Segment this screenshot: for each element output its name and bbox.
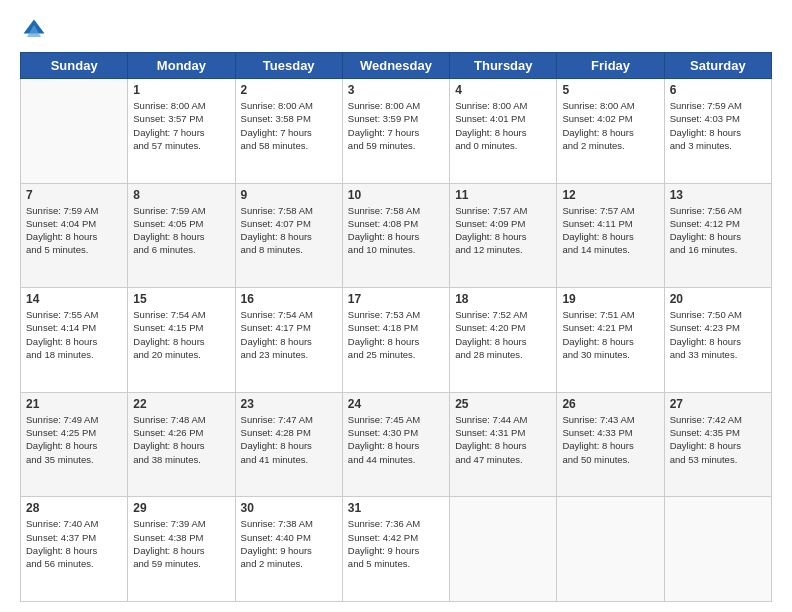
day-number: 12 [562, 188, 658, 202]
day-info: Sunrise: 7:53 AMSunset: 4:18 PMDaylight:… [348, 308, 444, 361]
calendar-day-cell: 27Sunrise: 7:42 AMSunset: 4:35 PMDayligh… [664, 392, 771, 497]
day-number: 16 [241, 292, 337, 306]
day-info: Sunrise: 8:00 AMSunset: 3:59 PMDaylight:… [348, 99, 444, 152]
day-number: 30 [241, 501, 337, 515]
day-number: 9 [241, 188, 337, 202]
calendar-day-cell: 16Sunrise: 7:54 AMSunset: 4:17 PMDayligh… [235, 288, 342, 393]
day-info: Sunrise: 7:49 AMSunset: 4:25 PMDaylight:… [26, 413, 122, 466]
day-number: 3 [348, 83, 444, 97]
calendar-day-cell: 4Sunrise: 8:00 AMSunset: 4:01 PMDaylight… [450, 79, 557, 184]
day-number: 28 [26, 501, 122, 515]
day-info: Sunrise: 7:55 AMSunset: 4:14 PMDaylight:… [26, 308, 122, 361]
page: SundayMondayTuesdayWednesdayThursdayFrid… [0, 0, 792, 612]
calendar-day-cell: 8Sunrise: 7:59 AMSunset: 4:05 PMDaylight… [128, 183, 235, 288]
weekday-header: Saturday [664, 53, 771, 79]
day-number: 17 [348, 292, 444, 306]
day-info: Sunrise: 7:44 AMSunset: 4:31 PMDaylight:… [455, 413, 551, 466]
calendar-day-cell: 11Sunrise: 7:57 AMSunset: 4:09 PMDayligh… [450, 183, 557, 288]
calendar-week-row: 28Sunrise: 7:40 AMSunset: 4:37 PMDayligh… [21, 497, 772, 602]
day-number: 19 [562, 292, 658, 306]
calendar-day-cell: 19Sunrise: 7:51 AMSunset: 4:21 PMDayligh… [557, 288, 664, 393]
logo-icon [20, 16, 48, 44]
calendar-day-cell: 6Sunrise: 7:59 AMSunset: 4:03 PMDaylight… [664, 79, 771, 184]
calendar-day-cell: 20Sunrise: 7:50 AMSunset: 4:23 PMDayligh… [664, 288, 771, 393]
calendar-day-cell: 3Sunrise: 8:00 AMSunset: 3:59 PMDaylight… [342, 79, 449, 184]
day-number: 1 [133, 83, 229, 97]
day-info: Sunrise: 7:58 AMSunset: 4:08 PMDaylight:… [348, 204, 444, 257]
day-info: Sunrise: 7:51 AMSunset: 4:21 PMDaylight:… [562, 308, 658, 361]
day-number: 25 [455, 397, 551, 411]
day-number: 21 [26, 397, 122, 411]
calendar-day-cell [664, 497, 771, 602]
day-info: Sunrise: 7:59 AMSunset: 4:05 PMDaylight:… [133, 204, 229, 257]
day-info: Sunrise: 7:38 AMSunset: 4:40 PMDaylight:… [241, 517, 337, 570]
day-info: Sunrise: 7:36 AMSunset: 4:42 PMDaylight:… [348, 517, 444, 570]
calendar-day-cell: 7Sunrise: 7:59 AMSunset: 4:04 PMDaylight… [21, 183, 128, 288]
day-info: Sunrise: 8:00 AMSunset: 4:02 PMDaylight:… [562, 99, 658, 152]
calendar-day-cell: 30Sunrise: 7:38 AMSunset: 4:40 PMDayligh… [235, 497, 342, 602]
calendar-week-row: 7Sunrise: 7:59 AMSunset: 4:04 PMDaylight… [21, 183, 772, 288]
day-info: Sunrise: 7:45 AMSunset: 4:30 PMDaylight:… [348, 413, 444, 466]
calendar-week-row: 21Sunrise: 7:49 AMSunset: 4:25 PMDayligh… [21, 392, 772, 497]
day-info: Sunrise: 7:39 AMSunset: 4:38 PMDaylight:… [133, 517, 229, 570]
day-info: Sunrise: 7:52 AMSunset: 4:20 PMDaylight:… [455, 308, 551, 361]
calendar-day-cell: 15Sunrise: 7:54 AMSunset: 4:15 PMDayligh… [128, 288, 235, 393]
day-number: 31 [348, 501, 444, 515]
day-info: Sunrise: 7:57 AMSunset: 4:09 PMDaylight:… [455, 204, 551, 257]
day-number: 26 [562, 397, 658, 411]
day-number: 23 [241, 397, 337, 411]
calendar-day-cell: 12Sunrise: 7:57 AMSunset: 4:11 PMDayligh… [557, 183, 664, 288]
day-number: 22 [133, 397, 229, 411]
calendar-day-cell: 2Sunrise: 8:00 AMSunset: 3:58 PMDaylight… [235, 79, 342, 184]
calendar-week-row: 1Sunrise: 8:00 AMSunset: 3:57 PMDaylight… [21, 79, 772, 184]
day-info: Sunrise: 7:43 AMSunset: 4:33 PMDaylight:… [562, 413, 658, 466]
logo [20, 16, 52, 44]
calendar-day-cell: 1Sunrise: 8:00 AMSunset: 3:57 PMDaylight… [128, 79, 235, 184]
weekday-header-row: SundayMondayTuesdayWednesdayThursdayFrid… [21, 53, 772, 79]
day-number: 5 [562, 83, 658, 97]
calendar-day-cell [21, 79, 128, 184]
calendar-day-cell: 21Sunrise: 7:49 AMSunset: 4:25 PMDayligh… [21, 392, 128, 497]
weekday-header: Sunday [21, 53, 128, 79]
day-info: Sunrise: 7:47 AMSunset: 4:28 PMDaylight:… [241, 413, 337, 466]
day-info: Sunrise: 7:40 AMSunset: 4:37 PMDaylight:… [26, 517, 122, 570]
calendar-day-cell: 10Sunrise: 7:58 AMSunset: 4:08 PMDayligh… [342, 183, 449, 288]
day-number: 18 [455, 292, 551, 306]
day-number: 14 [26, 292, 122, 306]
calendar-day-cell: 17Sunrise: 7:53 AMSunset: 4:18 PMDayligh… [342, 288, 449, 393]
day-number: 27 [670, 397, 766, 411]
day-info: Sunrise: 7:54 AMSunset: 4:15 PMDaylight:… [133, 308, 229, 361]
day-info: Sunrise: 8:00 AMSunset: 3:58 PMDaylight:… [241, 99, 337, 152]
calendar-day-cell: 9Sunrise: 7:58 AMSunset: 4:07 PMDaylight… [235, 183, 342, 288]
day-number: 4 [455, 83, 551, 97]
calendar-day-cell [557, 497, 664, 602]
calendar-day-cell: 13Sunrise: 7:56 AMSunset: 4:12 PMDayligh… [664, 183, 771, 288]
day-info: Sunrise: 7:58 AMSunset: 4:07 PMDaylight:… [241, 204, 337, 257]
calendar-day-cell: 18Sunrise: 7:52 AMSunset: 4:20 PMDayligh… [450, 288, 557, 393]
day-info: Sunrise: 7:59 AMSunset: 4:03 PMDaylight:… [670, 99, 766, 152]
weekday-header: Wednesday [342, 53, 449, 79]
calendar-day-cell: 28Sunrise: 7:40 AMSunset: 4:37 PMDayligh… [21, 497, 128, 602]
day-number: 20 [670, 292, 766, 306]
calendar-day-cell: 5Sunrise: 8:00 AMSunset: 4:02 PMDaylight… [557, 79, 664, 184]
calendar-day-cell [450, 497, 557, 602]
calendar-day-cell: 23Sunrise: 7:47 AMSunset: 4:28 PMDayligh… [235, 392, 342, 497]
day-number: 6 [670, 83, 766, 97]
weekday-header: Tuesday [235, 53, 342, 79]
weekday-header: Monday [128, 53, 235, 79]
day-info: Sunrise: 7:59 AMSunset: 4:04 PMDaylight:… [26, 204, 122, 257]
calendar-day-cell: 24Sunrise: 7:45 AMSunset: 4:30 PMDayligh… [342, 392, 449, 497]
day-info: Sunrise: 7:54 AMSunset: 4:17 PMDaylight:… [241, 308, 337, 361]
calendar-day-cell: 26Sunrise: 7:43 AMSunset: 4:33 PMDayligh… [557, 392, 664, 497]
header [20, 16, 772, 44]
calendar-day-cell: 29Sunrise: 7:39 AMSunset: 4:38 PMDayligh… [128, 497, 235, 602]
calendar-table: SundayMondayTuesdayWednesdayThursdayFrid… [20, 52, 772, 602]
day-info: Sunrise: 8:00 AMSunset: 4:01 PMDaylight:… [455, 99, 551, 152]
weekday-header: Friday [557, 53, 664, 79]
day-number: 11 [455, 188, 551, 202]
day-number: 8 [133, 188, 229, 202]
day-info: Sunrise: 7:56 AMSunset: 4:12 PMDaylight:… [670, 204, 766, 257]
weekday-header: Thursday [450, 53, 557, 79]
day-number: 7 [26, 188, 122, 202]
day-info: Sunrise: 7:42 AMSunset: 4:35 PMDaylight:… [670, 413, 766, 466]
